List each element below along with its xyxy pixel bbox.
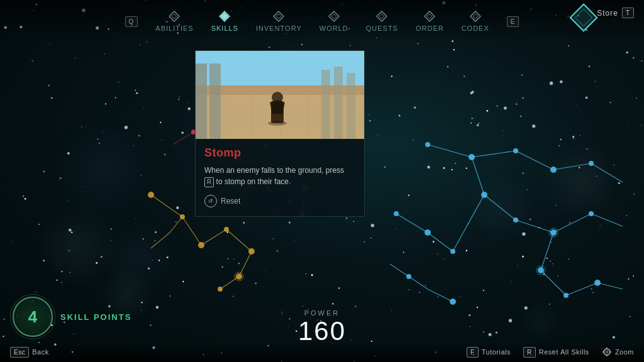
svg-point-25 — [218, 287, 223, 292]
bottom-bar: Esc Back F Tutorials R Reset All Skills … — [0, 342, 644, 362]
svg-line-29 — [472, 151, 516, 157]
svg-line-30 — [516, 151, 553, 170]
back-action[interactable]: Esc Back — [10, 347, 49, 358]
reset-all-action[interactable]: R Reset All Skills — [523, 347, 589, 358]
skill-name: Stomp — [204, 146, 355, 160]
bottom-right-actions: F Tutorials R Reset All Skills Zoom — [467, 347, 634, 358]
nav-key-e[interactable]: E — [507, 16, 519, 27]
reset-button[interactable]: ↺ Reset — [204, 195, 355, 207]
svg-point-55 — [550, 229, 557, 236]
top-navigation: Q Abilities Skills Inventory — [0, 0, 644, 43]
svg-marker-71 — [172, 14, 177, 19]
tutorials-label: Tutorials — [482, 348, 511, 356]
svg-line-42 — [396, 214, 428, 233]
skills-icon — [219, 11, 230, 22]
svg-line-12 — [201, 229, 226, 245]
svg-marker-74 — [274, 11, 284, 21]
svg-line-15 — [220, 277, 239, 289]
skill-card-content: Stomp When an enemy falls to the ground,… — [196, 139, 364, 216]
nav-world[interactable]: World — [319, 11, 348, 32]
svg-point-60 — [394, 211, 399, 216]
store-key[interactable]: T — [622, 8, 634, 18]
svg-point-56 — [589, 211, 594, 216]
skill-card-image — [196, 51, 364, 139]
svg-marker-70 — [169, 11, 179, 21]
store-label: Store — [597, 9, 618, 18]
skill-points-badge: 4 — [13, 297, 53, 337]
svg-line-46 — [409, 277, 428, 289]
zoom-label: Zoom — [615, 348, 634, 356]
skill-points-number: 4 — [28, 307, 37, 327]
svg-point-21 — [198, 242, 204, 248]
quests-icon — [376, 11, 387, 22]
svg-marker-82 — [470, 11, 480, 21]
back-label: Back — [32, 348, 48, 356]
power-section: POWER 160 — [298, 309, 346, 344]
abilities-label: Abilities — [155, 25, 193, 32]
e-key[interactable]: E — [507, 16, 519, 27]
nav-abilities[interactable]: Abilities — [155, 11, 193, 32]
reset-all-key: R — [523, 347, 536, 358]
svg-line-36 — [553, 214, 591, 233]
codex-icon — [470, 11, 481, 22]
svg-line-33 — [472, 157, 484, 195]
svg-line-34 — [484, 195, 516, 220]
quests-label: Quests — [366, 25, 398, 32]
skill-description: When an enemy falls to the ground, press… — [204, 165, 355, 187]
svg-line-13 — [226, 229, 252, 251]
skill-key-r: R — [204, 177, 214, 187]
store-button[interactable]: Store T — [597, 8, 634, 18]
reset-icon: ↺ — [204, 195, 217, 207]
svg-point-19 — [148, 192, 154, 198]
skill-points-label: SKILL POINTS — [60, 312, 131, 322]
back-key: Esc — [10, 347, 29, 358]
tutorials-key: F — [467, 347, 479, 358]
svg-point-48 — [425, 142, 430, 147]
svg-point-59 — [594, 280, 601, 286]
svg-point-52 — [589, 161, 594, 166]
nav-order[interactable]: Order — [416, 11, 444, 32]
svg-point-63 — [406, 274, 411, 279]
zoom-action[interactable]: Zoom — [602, 347, 634, 358]
svg-point-58 — [564, 293, 569, 298]
nav-key-q[interactable]: Q — [125, 16, 138, 27]
svg-point-20 — [180, 214, 185, 219]
tutorials-action[interactable]: F Tutorials — [467, 347, 511, 358]
svg-line-37 — [591, 214, 623, 226]
q-key[interactable]: Q — [125, 16, 138, 27]
inventory-label: Inventory — [256, 25, 302, 32]
nav-quests[interactable]: Quests — [366, 11, 398, 32]
svg-point-23 — [248, 248, 255, 255]
svg-point-24 — [236, 273, 242, 280]
svg-point-103 — [604, 349, 610, 355]
svg-point-53 — [481, 192, 487, 198]
svg-point-57 — [538, 267, 544, 273]
svg-line-44 — [453, 195, 484, 251]
nav-skills[interactable]: Skills — [211, 11, 238, 32]
svg-line-43 — [428, 233, 453, 251]
svg-line-32 — [591, 163, 623, 182]
svg-line-40 — [566, 283, 597, 295]
svg-line-17 — [151, 233, 170, 248]
svg-marker-83 — [473, 14, 478, 19]
world-icon — [328, 11, 340, 22]
world-label: World — [319, 25, 348, 32]
svg-point-64 — [450, 299, 456, 305]
svg-line-41 — [597, 283, 623, 289]
nav-items-container: Q Abilities Skills Inventory — [125, 11, 519, 32]
svg-point-50 — [513, 148, 518, 153]
inventory-icon — [273, 11, 284, 22]
svg-point-51 — [550, 167, 557, 173]
nav-inventory[interactable]: Inventory — [256, 11, 302, 32]
reset-label: Reset — [221, 197, 240, 206]
svg-rect-95 — [196, 63, 207, 139]
svg-point-61 — [425, 229, 431, 236]
nav-codex[interactable]: Codex — [462, 11, 489, 32]
svg-line-16 — [170, 217, 182, 233]
svg-rect-99 — [347, 73, 355, 139]
svg-marker-77 — [331, 14, 336, 19]
abilities-icon — [169, 11, 180, 22]
reset-all-label: Reset All Skills — [539, 348, 589, 356]
svg-line-38 — [541, 233, 553, 270]
svg-point-49 — [469, 154, 475, 160]
